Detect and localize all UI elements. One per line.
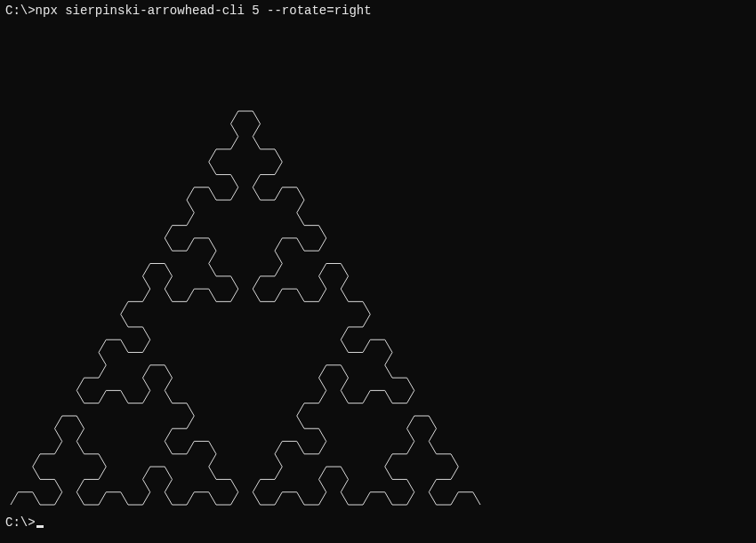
cursor [36, 525, 44, 528]
command-text: npx sierpinski-arrowhead-cli 5 --rotate=… [36, 4, 372, 18]
ascii-fractal-output [5, 20, 751, 510]
next-prompt-line[interactable]: C:\> [5, 515, 751, 530]
sierpinski-arrowhead-svg [5, 20, 486, 510]
arrowhead-curve-path [11, 111, 480, 505]
prompt-prefix: C:\> [5, 515, 36, 530]
prompt-prefix: C:\> [5, 4, 36, 18]
command-line: C:\>npx sierpinski-arrowhead-cli 5 --rot… [5, 4, 751, 18]
